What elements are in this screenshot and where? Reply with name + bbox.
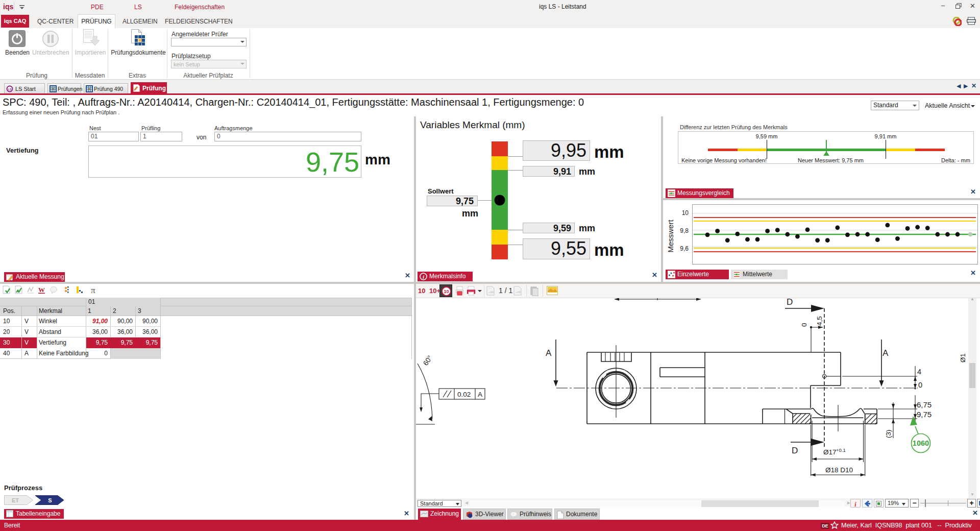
svg-text:4: 4 xyxy=(917,368,921,376)
svg-text:0.02: 0.02 xyxy=(457,391,471,398)
svg-text:0: 0 xyxy=(800,323,808,327)
svg-text:A: A xyxy=(478,391,482,398)
svg-text:ET: ET xyxy=(12,497,19,503)
svg-text:LS: LS xyxy=(8,88,12,91)
svg-text:π: π xyxy=(91,285,95,295)
svg-text:9,75: 9,75 xyxy=(917,410,932,419)
svg-text:A: A xyxy=(883,348,889,358)
svg-text:i: i xyxy=(423,274,425,280)
svg-text:W: W xyxy=(38,286,45,294)
svg-text:10: 10 xyxy=(444,289,449,294)
svg-text:Ø17: Ø17 xyxy=(823,448,837,456)
svg-text:Ø1: Ø1 xyxy=(959,353,967,363)
svg-text:60°: 60° xyxy=(422,354,434,367)
svg-text:6,75: 6,75 xyxy=(917,400,932,409)
svg-text:1060: 1060 xyxy=(913,439,929,447)
svg-text:S: S xyxy=(48,497,52,503)
svg-text:A: A xyxy=(546,348,552,358)
svg-text:Ø18 D10: Ø18 D10 xyxy=(825,466,853,474)
svg-text:4,5: 4,5 xyxy=(816,316,823,326)
svg-text:(3): (3) xyxy=(885,430,892,439)
svg-text:D: D xyxy=(787,298,793,307)
svg-text:+0.1: +0.1 xyxy=(836,447,846,453)
svg-text:0: 0 xyxy=(918,381,922,389)
svg-text:D: D xyxy=(792,446,798,455)
